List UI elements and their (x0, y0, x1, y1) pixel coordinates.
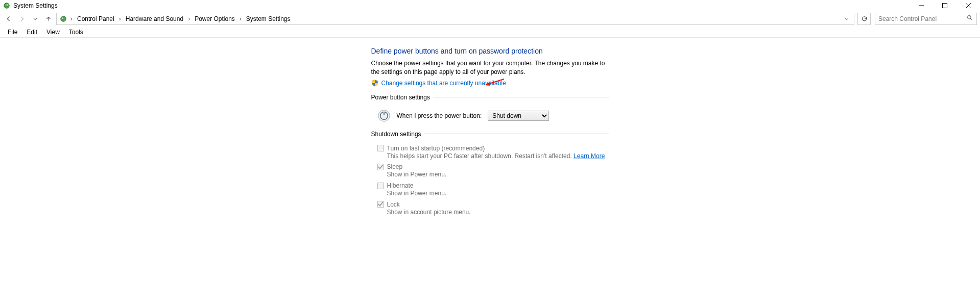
content-area: Define power buttons and turn on passwor… (0, 38, 980, 220)
chevron-right-icon[interactable]: › (69, 15, 74, 22)
chevron-right-icon[interactable]: › (238, 15, 243, 22)
shutdown-item-hibernate: Hibernate Show in Power menu. (377, 182, 609, 198)
svg-rect-9 (64, 17, 64, 19)
address-box[interactable]: › Control Panel› Hardware and Sound› Pow… (56, 13, 854, 25)
breadcrumb-item[interactable]: Hardware and Sound (123, 14, 186, 24)
checkbox-label: Lock (387, 201, 400, 208)
group-label: Power button settings (371, 94, 433, 101)
learn-more-link[interactable]: Learn More (573, 152, 605, 160)
up-button[interactable] (43, 13, 54, 24)
change-settings-link[interactable]: Change settings that are currently unava… (381, 80, 506, 87)
chevron-right-icon[interactable]: › (117, 15, 123, 22)
refresh-button[interactable] (857, 13, 871, 25)
svg-rect-4 (943, 4, 947, 8)
address-row: › Control Panel› Hardware and Sound› Pow… (0, 11, 980, 27)
group-label: Shutdown settings (371, 131, 424, 138)
forward-button[interactable] (16, 13, 28, 24)
power-button-select[interactable]: Shut down (488, 111, 549, 121)
checkbox-label: Sleep (387, 163, 403, 170)
checkbox-fast-startup[interactable] (377, 145, 384, 151)
recent-dropdown[interactable] (30, 13, 41, 24)
power-options-icon (3, 2, 10, 9)
close-button[interactable] (957, 0, 980, 11)
breadcrumb-item[interactable]: System Settings (243, 14, 294, 24)
checkbox-label: Hibernate (387, 182, 414, 189)
power-options-icon (60, 15, 67, 22)
svg-rect-8 (62, 17, 63, 19)
shutdown-item-sleep: Sleep Show in Power menu. (377, 163, 609, 179)
item-description: Show in Power menu. (377, 189, 609, 198)
checkbox-label: Turn on fast startup (recommended) (387, 145, 485, 152)
shutdown-item-lock: Lock Show in account picture menu. (377, 201, 609, 217)
svg-point-10 (968, 16, 971, 19)
search-input[interactable] (878, 15, 960, 22)
svg-point-7 (61, 16, 66, 22)
search-icon (967, 15, 973, 23)
menu-tools[interactable]: Tools (64, 27, 88, 37)
svg-line-11 (970, 18, 972, 20)
back-button[interactable] (3, 13, 14, 24)
page-heading: Define power buttons and turn on passwor… (371, 47, 609, 55)
minimize-button[interactable] (910, 0, 933, 11)
breadcrumb-item[interactable]: Power Options (192, 14, 238, 24)
power-icon (377, 109, 391, 122)
item-description: Show in account picture menu. (377, 208, 609, 217)
window-title: System Settings (13, 2, 58, 9)
shield-icon (371, 80, 378, 87)
page-description: Choose the power settings that you want … (371, 59, 609, 76)
window-controls (910, 0, 980, 11)
checkbox-sleep[interactable] (377, 164, 384, 170)
breadcrumb-item[interactable]: Control Panel (74, 14, 117, 24)
search-box[interactable] (875, 13, 977, 25)
group-shutdown: Shutdown settings (371, 131, 609, 138)
shutdown-item-fast-startup: Turn on fast startup (recommended) This … (377, 145, 609, 161)
maximize-button[interactable] (933, 0, 957, 11)
menu-edit[interactable]: Edit (22, 27, 42, 37)
checkbox-lock[interactable] (377, 201, 384, 208)
menu-bar: File Edit View Tools (0, 27, 980, 38)
menu-view[interactable]: View (42, 27, 64, 37)
checkbox-hibernate[interactable] (377, 183, 384, 189)
power-button-label: When I press the power button: (397, 112, 482, 119)
titlebar: System Settings (0, 0, 980, 11)
group-power-button: Power button settings (371, 94, 609, 101)
svg-rect-2 (7, 4, 8, 6)
item-description: This helps start your PC faster after sh… (377, 152, 609, 161)
menu-file[interactable]: File (3, 27, 22, 37)
address-dropdown[interactable] (842, 13, 852, 24)
chevron-right-icon[interactable]: › (186, 15, 192, 22)
svg-rect-1 (6, 4, 6, 6)
item-description: Show in Power menu. (377, 170, 609, 179)
svg-point-0 (4, 3, 10, 9)
